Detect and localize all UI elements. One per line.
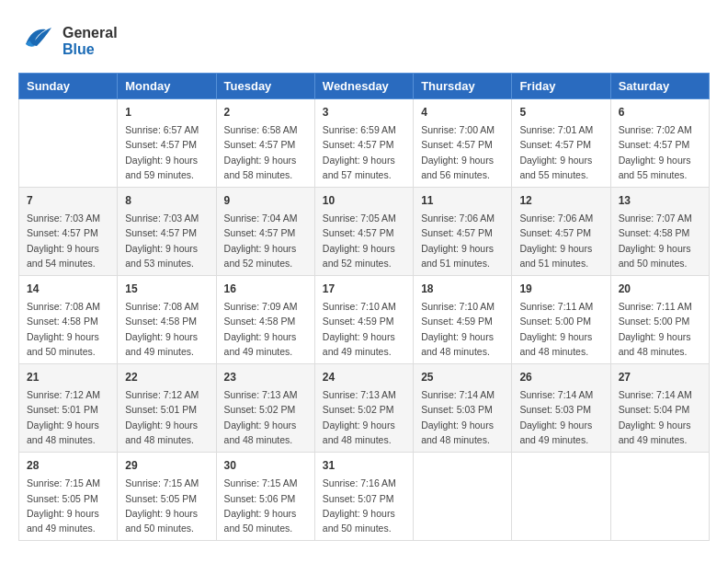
calendar-cell: 11Sunrise: 7:06 AM Sunset: 4:57 PM Dayli… (414, 188, 512, 276)
calendar-cell: 31Sunrise: 7:16 AM Sunset: 5:07 PM Dayli… (314, 453, 413, 541)
day-number: 10 (323, 192, 405, 209)
cell-content: Sunrise: 7:06 AM Sunset: 4:57 PM Dayligh… (519, 211, 602, 270)
day-number: 3 (323, 104, 405, 121)
calendar-table: SundayMondayTuesdayWednesdayThursdayFrid… (18, 73, 710, 541)
day-number: 20 (619, 281, 701, 297)
cell-content: Sunrise: 6:57 AM Sunset: 4:57 PM Dayligh… (125, 122, 208, 182)
cell-content: Sunrise: 7:01 AM Sunset: 4:57 PM Dayligh… (519, 122, 602, 182)
calendar-cell: 1Sunrise: 6:57 AM Sunset: 4:57 PM Daylig… (118, 99, 216, 188)
calendar-cell: 10Sunrise: 7:05 AM Sunset: 4:57 PM Dayli… (314, 188, 413, 276)
cell-content: Sunrise: 7:08 AM Sunset: 4:58 PM Dayligh… (27, 299, 109, 359)
day-number: 11 (421, 192, 504, 209)
logo: General Blue (18, 18, 118, 63)
calendar-cell: 14Sunrise: 7:08 AM Sunset: 4:58 PM Dayli… (19, 276, 118, 364)
cell-content: Sunrise: 7:10 AM Sunset: 4:59 PM Dayligh… (421, 299, 504, 359)
calendar-cell: 23Sunrise: 7:13 AM Sunset: 5:02 PM Dayli… (216, 364, 314, 453)
cell-content: Sunrise: 7:06 AM Sunset: 4:57 PM Dayligh… (421, 211, 504, 270)
day-number: 12 (519, 192, 602, 209)
calendar-header-row: SundayMondayTuesdayWednesdayThursdayFrid… (19, 74, 710, 99)
weekday-header: Tuesday (216, 74, 314, 99)
calendar-cell: 18Sunrise: 7:10 AM Sunset: 4:59 PM Dayli… (414, 276, 512, 364)
calendar-cell: 4Sunrise: 7:00 AM Sunset: 4:57 PM Daylig… (414, 99, 512, 188)
day-number: 2 (224, 104, 307, 121)
day-number: 4 (421, 104, 504, 121)
calendar-cell (414, 453, 512, 541)
cell-content: Sunrise: 7:07 AM Sunset: 4:58 PM Dayligh… (619, 211, 701, 270)
day-number: 1 (125, 104, 208, 121)
cell-content: Sunrise: 7:12 AM Sunset: 5:01 PM Dayligh… (27, 387, 109, 447)
page-container: General Blue SundayMondayTuesdayWednesda… (18, 18, 710, 541)
cell-content: Sunrise: 7:11 AM Sunset: 5:00 PM Dayligh… (619, 299, 701, 359)
calendar-week-row: 1Sunrise: 6:57 AM Sunset: 4:57 PM Daylig… (19, 99, 710, 188)
day-number: 22 (125, 369, 208, 385)
day-number: 17 (323, 281, 405, 297)
cell-content: Sunrise: 7:15 AM Sunset: 5:05 PM Dayligh… (27, 476, 109, 535)
day-number: 28 (27, 457, 109, 474)
calendar-cell: 24Sunrise: 7:13 AM Sunset: 5:02 PM Dayli… (314, 364, 413, 453)
cell-content: Sunrise: 7:14 AM Sunset: 5:03 PM Dayligh… (519, 387, 602, 447)
day-number: 30 (224, 457, 307, 474)
day-number: 31 (323, 457, 405, 474)
day-number: 21 (27, 369, 109, 385)
cell-content: Sunrise: 7:13 AM Sunset: 5:02 PM Dayligh… (323, 387, 405, 447)
calendar-cell: 22Sunrise: 7:12 AM Sunset: 5:01 PM Dayli… (118, 364, 216, 453)
day-number: 8 (125, 192, 208, 209)
calendar-cell: 28Sunrise: 7:15 AM Sunset: 5:05 PM Dayli… (19, 453, 118, 541)
cell-content: Sunrise: 7:14 AM Sunset: 5:04 PM Dayligh… (619, 387, 701, 447)
calendar-cell: 5Sunrise: 7:01 AM Sunset: 4:57 PM Daylig… (512, 99, 610, 188)
day-number: 24 (323, 369, 405, 385)
day-number: 19 (519, 281, 602, 297)
logo-text: General Blue (63, 25, 118, 58)
day-number: 16 (224, 281, 307, 297)
calendar-cell: 21Sunrise: 7:12 AM Sunset: 5:01 PM Dayli… (19, 364, 118, 453)
cell-content: Sunrise: 7:00 AM Sunset: 4:57 PM Dayligh… (421, 122, 504, 182)
calendar-cell: 20Sunrise: 7:11 AM Sunset: 5:00 PM Dayli… (610, 276, 709, 364)
calendar-week-row: 14Sunrise: 7:08 AM Sunset: 4:58 PM Dayli… (19, 276, 710, 364)
cell-content: Sunrise: 7:03 AM Sunset: 4:57 PM Dayligh… (125, 211, 208, 270)
cell-content: Sunrise: 7:16 AM Sunset: 5:07 PM Dayligh… (323, 476, 405, 535)
calendar-cell: 7Sunrise: 7:03 AM Sunset: 4:57 PM Daylig… (19, 188, 118, 276)
calendar-cell: 19Sunrise: 7:11 AM Sunset: 5:00 PM Dayli… (512, 276, 610, 364)
cell-content: Sunrise: 7:15 AM Sunset: 5:06 PM Dayligh… (224, 476, 307, 535)
calendar-cell: 13Sunrise: 7:07 AM Sunset: 4:58 PM Dayli… (610, 188, 709, 276)
day-number: 26 (519, 369, 602, 385)
day-number: 29 (125, 457, 208, 474)
cell-content: Sunrise: 7:11 AM Sunset: 5:00 PM Dayligh… (519, 299, 602, 359)
logo-bird-icon (18, 18, 55, 63)
day-number: 25 (421, 369, 504, 385)
day-number: 5 (519, 104, 602, 121)
calendar-cell: 12Sunrise: 7:06 AM Sunset: 4:57 PM Dayli… (512, 188, 610, 276)
calendar-cell: 9Sunrise: 7:04 AM Sunset: 4:57 PM Daylig… (216, 188, 314, 276)
cell-content: Sunrise: 7:08 AM Sunset: 4:58 PM Dayligh… (125, 299, 208, 359)
cell-content: Sunrise: 7:05 AM Sunset: 4:57 PM Dayligh… (323, 211, 405, 270)
calendar-cell: 16Sunrise: 7:09 AM Sunset: 4:58 PM Dayli… (216, 276, 314, 364)
calendar-week-row: 28Sunrise: 7:15 AM Sunset: 5:05 PM Dayli… (19, 453, 710, 541)
calendar-cell: 15Sunrise: 7:08 AM Sunset: 4:58 PM Dayli… (118, 276, 216, 364)
calendar-cell (512, 453, 610, 541)
calendar-cell: 6Sunrise: 7:02 AM Sunset: 4:57 PM Daylig… (610, 99, 709, 188)
day-number: 14 (27, 281, 109, 297)
calendar-cell: 29Sunrise: 7:15 AM Sunset: 5:05 PM Dayli… (118, 453, 216, 541)
day-number: 27 (619, 369, 701, 385)
cell-content: Sunrise: 7:15 AM Sunset: 5:05 PM Dayligh… (125, 476, 208, 535)
day-number: 15 (125, 281, 208, 297)
day-number: 7 (27, 192, 109, 209)
weekday-header: Sunday (19, 74, 118, 99)
calendar-cell: 27Sunrise: 7:14 AM Sunset: 5:04 PM Dayli… (610, 364, 709, 453)
cell-content: Sunrise: 7:13 AM Sunset: 5:02 PM Dayligh… (224, 387, 307, 447)
cell-content: Sunrise: 7:10 AM Sunset: 4:59 PM Dayligh… (323, 299, 405, 359)
cell-content: Sunrise: 6:58 AM Sunset: 4:57 PM Dayligh… (224, 122, 307, 182)
cell-content: Sunrise: 7:02 AM Sunset: 4:57 PM Dayligh… (619, 122, 701, 182)
calendar-cell (19, 99, 118, 188)
day-number: 13 (619, 192, 701, 209)
weekday-header: Monday (118, 74, 216, 99)
weekday-header: Saturday (610, 74, 709, 99)
calendar-week-row: 7Sunrise: 7:03 AM Sunset: 4:57 PM Daylig… (19, 188, 710, 276)
calendar-cell: 26Sunrise: 7:14 AM Sunset: 5:03 PM Dayli… (512, 364, 610, 453)
weekday-header: Wednesday (314, 74, 413, 99)
cell-content: Sunrise: 7:09 AM Sunset: 4:58 PM Dayligh… (224, 299, 307, 359)
cell-content: Sunrise: 7:03 AM Sunset: 4:57 PM Dayligh… (27, 211, 109, 270)
header: General Blue (18, 18, 710, 63)
weekday-header: Thursday (414, 74, 512, 99)
cell-content: Sunrise: 7:04 AM Sunset: 4:57 PM Dayligh… (224, 211, 307, 270)
